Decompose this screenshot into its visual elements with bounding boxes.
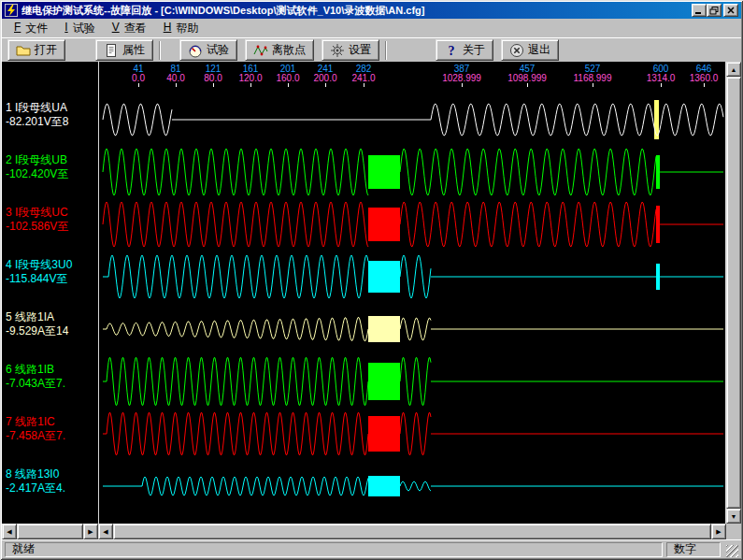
channel-range: -2.417A至4. (6, 481, 65, 495)
discrete-points-icon (253, 43, 268, 58)
toolbar-button-about[interactable]: ?关于 (436, 39, 493, 61)
channel-name: 6 线路1IB (6, 363, 65, 377)
minimize-button[interactable] (692, 4, 707, 17)
properties-icon (104, 43, 119, 58)
channel-name: 7 线路1IC (6, 415, 65, 429)
open-folder-icon (16, 43, 31, 58)
channel-1-label: 1 I段母线UA-82.201V至8 (6, 101, 68, 129)
menu-accelerator: F (14, 21, 21, 36)
scroll-down-button[interactable]: ▼ (726, 509, 741, 524)
channel-range: -82.201V至8 (6, 115, 68, 129)
channel-7-label: 7 线路1IC-7.458A至7. (6, 415, 65, 443)
menu-item-help[interactable]: H帮助 (155, 19, 207, 38)
channel-name: 5 线路1IA (6, 310, 68, 324)
waveform-plot[interactable] (99, 62, 725, 524)
channel-6-label: 6 线路1IB-7.043A至7. (6, 363, 65, 391)
channel-5-label: 5 线路1IA-9.529A至14 (6, 310, 68, 338)
vertical-scroll-thumb[interactable] (726, 77, 741, 509)
label-panel-scrollbar[interactable]: ◀ ▶ (2, 524, 98, 539)
wave-scroll-right-button[interactable]: ▶ (711, 524, 726, 539)
status-num-text: 数字 (674, 541, 696, 557)
channel-name: 1 I段母线UA (6, 101, 68, 115)
restore-button[interactable] (707, 4, 722, 17)
channel-range: -102.420V至 (6, 167, 68, 181)
dense-waveform-block (368, 208, 400, 241)
menu-item-test[interactable]: I试验 (56, 19, 103, 38)
scrollbar-corner (726, 524, 741, 539)
menu-accelerator: I (64, 21, 67, 36)
channel-name: 3 I段母线UC (6, 206, 68, 220)
menu-item-label: 帮助 (176, 21, 198, 36)
menu-item-view[interactable]: V查看 (104, 19, 155, 38)
label-scroll-thumb[interactable] (17, 524, 83, 539)
dense-waveform-block (368, 416, 400, 452)
channel-range: -7.458A至7. (6, 429, 65, 443)
waveform-trace-6 (103, 358, 723, 406)
status-ready-pane: 就绪 (5, 542, 663, 557)
waveform-trace-8 (103, 477, 723, 495)
menu-item-label: 试验 (73, 21, 95, 36)
about-question-icon: ? (444, 43, 459, 58)
toolbar-button-label: 关于 (463, 42, 485, 58)
toolbar-button-discrete-points[interactable]: 离散点 (245, 39, 314, 61)
channel-name: 2 I段母线UB (6, 153, 68, 167)
resize-grip[interactable] (726, 545, 738, 557)
status-num-pane: 数字 (666, 542, 721, 557)
app-icon[interactable] (5, 4, 18, 17)
dense-waveform-block (368, 261, 400, 293)
toolbar: 打开属性试验离散点设置?关于退出 (2, 37, 741, 62)
toolbar-button-test[interactable]: 试验 (179, 39, 237, 61)
toolbar-button-open[interactable]: 打开 (7, 39, 65, 61)
toolbar-button-label: 设置 (349, 42, 371, 58)
toolbar-button-label: 属性 (122, 42, 145, 58)
test-gauge-icon (188, 43, 203, 58)
wave-scroll-left-button[interactable]: ◀ (98, 524, 113, 539)
channel-4-label: 4 I段母线3U0-115.844V至 (6, 258, 72, 286)
channel-8-label: 8 线路13I0-2.417A至4. (6, 467, 65, 495)
toolbar-button-label: 打开 (35, 42, 57, 58)
toolbar-button-label: 退出 (528, 42, 550, 58)
menu-item-file[interactable]: F文件 (6, 19, 56, 38)
waveform-trace-7 (103, 413, 723, 455)
waveform-area[interactable]: 410.08140.012180.0161120.0201160.0241200… (98, 62, 726, 524)
menu-item-label: 文件 (25, 21, 48, 36)
dense-waveform-block (368, 316, 400, 342)
menu-accelerator: V (112, 21, 120, 36)
toolbar-button-settings[interactable]: 设置 (321, 39, 379, 61)
waveform-scrollbar[interactable]: ◀ ▶ (98, 524, 726, 539)
toolbar-button-label: 离散点 (272, 42, 306, 58)
toolbar-button-properties[interactable]: 属性 (95, 39, 153, 61)
menu-accelerator: H (164, 21, 172, 36)
dense-waveform-block (368, 476, 400, 496)
vertical-scrollbar[interactable]: ▲ ▼ (726, 62, 741, 524)
client-area: 1 I段母线UA-82.201V至82 I段母线UB-102.420V至3 I段… (2, 62, 741, 524)
close-button[interactable] (723, 4, 738, 17)
dense-waveform-block (368, 363, 400, 400)
status-bar: 就绪 数字 (2, 539, 741, 558)
title-bar-buttons (692, 4, 738, 17)
waveform-trace-4 (103, 255, 723, 298)
channel-range: -7.043A至7. (6, 377, 65, 391)
channel-3-label: 3 I段母线UC-102.586V至 (6, 206, 68, 234)
cursor-marker (656, 155, 660, 189)
app-window: 继电保护测试系统--故障回放 - [C:\WINDOWS\Desktop\测试软… (0, 0, 743, 560)
exit-icon (509, 43, 524, 58)
toolbar-button-exit[interactable]: 退出 (501, 39, 559, 61)
waveform-trace-2 (103, 149, 723, 195)
menu-bar: F文件I试验V查看H帮助 (2, 19, 741, 37)
settings-icon (330, 43, 345, 58)
horizontal-scroll-row: ◀ ▶ ◀ ▶ (2, 524, 741, 539)
wave-scroll-thumb[interactable] (113, 524, 711, 539)
waveform-trace-5 (103, 318, 723, 341)
channel-range: -9.529A至14 (6, 324, 68, 338)
label-scroll-right-button[interactable]: ▶ (83, 524, 98, 539)
channel-name: 8 线路13I0 (6, 467, 65, 481)
label-scroll-left-button[interactable]: ◀ (2, 524, 17, 539)
window-title: 继电保护测试系统--故障回放 - [C:\WINDOWS\Desktop\测试软… (21, 4, 692, 18)
scroll-up-button[interactable]: ▲ (726, 62, 741, 77)
channel-range: -102.586V至 (6, 220, 68, 234)
channel-name: 4 I段母线3U0 (6, 258, 72, 272)
waveform-trace-3 (103, 202, 723, 247)
cursor-marker (656, 206, 660, 243)
channel-2-label: 2 I段母线UB-102.420V至 (6, 153, 68, 181)
